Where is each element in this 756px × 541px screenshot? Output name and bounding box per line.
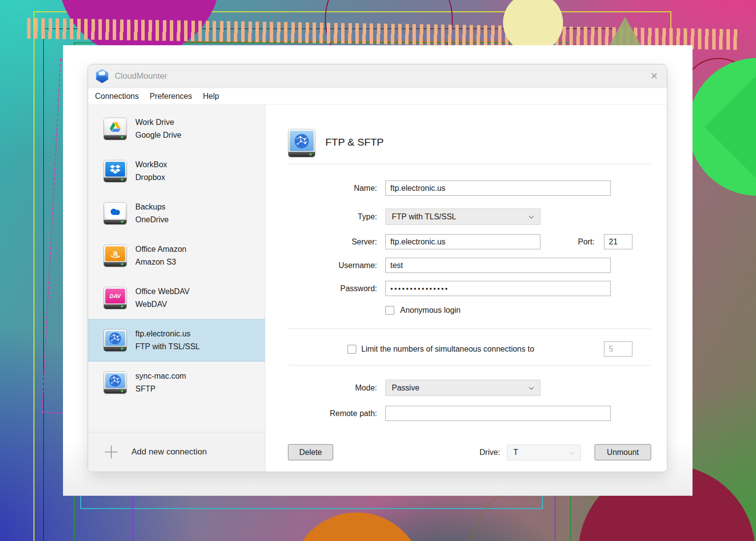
drive-letter-select[interactable]: T bbox=[507, 445, 581, 460]
sidebar-item-webdav[interactable]: DAV Office WebDAV WebDAV bbox=[88, 277, 265, 319]
menu-connections[interactable]: Connections bbox=[90, 92, 144, 101]
ftp-drive-icon bbox=[288, 129, 315, 157]
sidebar-item-dropbox[interactable]: WorkBox Dropbox bbox=[88, 150, 265, 192]
chevron-down-icon bbox=[569, 450, 574, 454]
connection-name: Backups bbox=[135, 201, 169, 213]
connection-type: FTP with TSL/SSL bbox=[135, 340, 200, 353]
port-label: Port: bbox=[578, 238, 604, 246]
ftp-drive-icon bbox=[104, 372, 126, 393]
remote-path-label: Remote path: bbox=[265, 409, 385, 418]
close-icon[interactable]: ✕ bbox=[650, 71, 658, 81]
sidebar-item-onedrive[interactable]: Backups OneDrive bbox=[88, 192, 265, 235]
connection-name: WorkBox bbox=[135, 158, 167, 171]
type-label: Type: bbox=[265, 212, 385, 221]
chevron-down-icon bbox=[529, 385, 534, 390]
sidebar-item-google-drive[interactable]: Work Drive Google Drive bbox=[88, 108, 265, 150]
connection-name: Work Drive bbox=[135, 116, 181, 129]
dropbox-icon bbox=[104, 160, 126, 182]
svg-text:a: a bbox=[113, 248, 118, 258]
server-label: Server: bbox=[265, 238, 385, 246]
connection-type: WebDAV bbox=[135, 298, 189, 311]
divider bbox=[288, 329, 651, 329]
sidebar-item-ftp-electronic-us[interactable]: ftp.electronic.us FTP with TSL/SSL bbox=[88, 319, 265, 361]
divider bbox=[288, 164, 651, 164]
limit-connections-checkbox[interactable] bbox=[347, 345, 356, 354]
titlebar[interactable]: CloudMounter ✕ bbox=[88, 64, 667, 88]
cloudmounter-window: CloudMounter ✕ Connections Preferences H… bbox=[88, 64, 667, 472]
chevron-down-icon bbox=[529, 214, 534, 219]
plus-icon bbox=[104, 445, 119, 459]
add-new-connection-label: Add new connection bbox=[131, 447, 207, 457]
menu-preferences[interactable]: Preferences bbox=[144, 92, 197, 101]
connection-type: OneDrive bbox=[135, 213, 169, 226]
window-title: CloudMounter bbox=[115, 71, 167, 81]
connection-type: Dropbox bbox=[135, 171, 167, 184]
server-input[interactable] bbox=[385, 234, 540, 249]
backdrop-canvas: CloudMounter ✕ Connections Preferences H… bbox=[63, 45, 693, 496]
connection-name: ftp.electronic.us bbox=[135, 328, 200, 340]
name-input[interactable] bbox=[385, 180, 611, 196]
divider bbox=[288, 365, 651, 365]
webdav-icon: DAV bbox=[104, 287, 126, 309]
sidebar-item-sync-mac-com[interactable]: sync-mac.com SFTP bbox=[88, 361, 265, 404]
drive-letter-label: Drive: bbox=[479, 448, 500, 457]
connection-name: Office WebDAV bbox=[135, 285, 189, 298]
menubar: Connections Preferences Help bbox=[88, 88, 667, 105]
limit-connections-label: Limit the numbers of simultaneous connec… bbox=[361, 345, 534, 354]
connection-type: SFTP bbox=[135, 383, 186, 395]
port-input[interactable] bbox=[604, 234, 632, 249]
username-label: Username: bbox=[265, 261, 385, 270]
connection-name: sync-mac.com bbox=[135, 370, 186, 383]
cloudmounter-logo-icon bbox=[95, 69, 109, 83]
username-input[interactable] bbox=[385, 258, 611, 273]
type-select[interactable]: FTP with TLS/SSL bbox=[385, 209, 540, 225]
connection-name: Office Amazon bbox=[135, 243, 187, 256]
sidebar-item-amazon-s3[interactable]: a Office Amazon Amazon S3 bbox=[88, 235, 265, 277]
limit-connections-input[interactable] bbox=[604, 341, 632, 357]
anonymous-login-label: Anonymous login bbox=[400, 306, 461, 315]
google-drive-icon bbox=[104, 118, 126, 140]
connections-sidebar: Work Drive Google Drive bbox=[88, 105, 265, 472]
connection-type: Google Drive bbox=[135, 129, 181, 142]
unmount-button[interactable]: Unmount bbox=[595, 444, 651, 460]
menu-help[interactable]: Help bbox=[197, 92, 224, 101]
connection-type: Amazon S3 bbox=[135, 256, 187, 269]
remote-path-input[interactable] bbox=[385, 406, 611, 421]
panel-title: FTP & SFTP bbox=[325, 136, 384, 148]
anonymous-login-checkbox[interactable] bbox=[385, 306, 394, 315]
amazon-s3-icon: a bbox=[104, 245, 126, 267]
delete-button[interactable]: Delete bbox=[288, 444, 333, 460]
abstract-background: CloudMounter ✕ Connections Preferences H… bbox=[0, 0, 756, 541]
name-label: Name: bbox=[265, 184, 385, 193]
mode-select[interactable]: Passive bbox=[385, 380, 540, 396]
onedrive-icon bbox=[104, 203, 126, 224]
mode-label: Mode: bbox=[265, 384, 385, 392]
connection-detail-panel: FTP & SFTP Name: Type: FTP with TLS/SSL bbox=[265, 105, 667, 472]
password-input[interactable] bbox=[385, 281, 611, 296]
password-label: Password: bbox=[265, 284, 385, 293]
add-new-connection-button[interactable]: Add new connection bbox=[88, 432, 265, 472]
ftp-drive-icon bbox=[104, 330, 126, 351]
